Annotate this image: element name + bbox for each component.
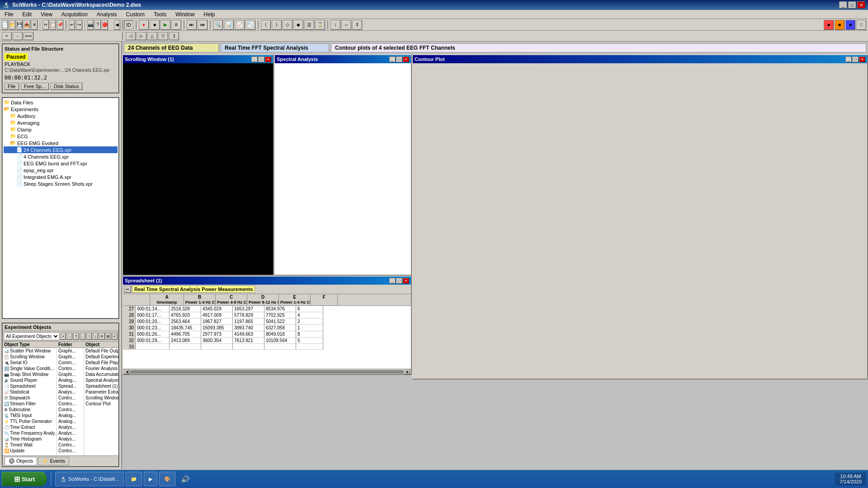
menu-acquisition[interactable]: Acquisition xyxy=(59,10,90,19)
stop-transport-btn[interactable]: ■ xyxy=(150,20,160,30)
obj-row-sound[interactable]: 🔊Sound Player xyxy=(3,377,57,383)
menu-view[interactable]: View xyxy=(38,10,55,19)
close-button[interactable]: ✕ xyxy=(857,1,865,9)
sync1-btn[interactable]: ↕ xyxy=(330,20,340,30)
spectral-maximize-btn[interactable]: □ xyxy=(396,56,402,62)
folder-row[interactable]: Analog... xyxy=(57,418,84,424)
left-panel-toggle[interactable]: ◀ xyxy=(114,20,120,30)
taskbar-paint[interactable]: 🎨 xyxy=(159,472,175,486)
tree-epsp[interactable]: 📄 epsp_eeg.xpr xyxy=(4,167,118,174)
object-row[interactable]: Default Experiment xyxy=(84,354,118,360)
spectral-close-btn[interactable]: ✕ xyxy=(403,56,409,62)
camera-btn[interactable]: 📷 xyxy=(87,20,94,30)
folder-row[interactable]: Contro... xyxy=(57,395,84,401)
eeg-maximize-btn[interactable]: □ xyxy=(258,56,264,62)
obj-row-single-val[interactable]: 🔢Single Value Conditi... xyxy=(3,366,57,371)
disk-status-btn[interactable]: Disk Status xyxy=(51,83,82,90)
color1-btn[interactable]: ■ xyxy=(824,20,834,30)
table-row[interactable]: 29000:01:20...2563.4641967.8271197.86550… xyxy=(123,319,411,325)
view1-btn[interactable]: 🔍 xyxy=(213,20,223,30)
obj-row-update[interactable]: 🔁Update xyxy=(3,448,57,454)
file-btn[interactable]: File xyxy=(5,83,19,90)
object-type-filter[interactable]: All Experiment Objects xyxy=(4,332,60,340)
eeg-minimize-btn[interactable]: _ xyxy=(251,56,258,62)
ss-maximize-btn[interactable]: □ xyxy=(396,278,402,284)
folder-row[interactable]: Contro... xyxy=(57,401,84,407)
obj-row-subroutine[interactable]: ⚙Subroutine xyxy=(3,407,57,413)
table-row[interactable]: 32000:01:29...2413.0893600.3547613.92110… xyxy=(123,338,411,344)
object-row[interactable]: Contour Plot xyxy=(84,401,118,407)
maximize-button[interactable]: □ xyxy=(848,1,856,9)
folder-row[interactable]: Analog... xyxy=(57,413,84,418)
table-row[interactable]: 30000:01:23...18435.74515093.3853993.740… xyxy=(123,325,411,331)
exp-help-btn[interactable]: ? xyxy=(73,333,79,340)
ss-scrollbar[interactable]: ◀ ▶ xyxy=(123,369,411,374)
paste-btn[interactable]: 📌 xyxy=(57,20,63,30)
sync2-btn[interactable]: ↔ xyxy=(341,20,351,30)
obj-row-statistical[interactable]: 📈Statistical xyxy=(3,389,57,395)
minimize-button[interactable]: _ xyxy=(839,1,847,9)
view4-btn[interactable]: 📉 xyxy=(245,20,255,30)
tree-integrated[interactable]: 📄 Integrated EMG A.xpr xyxy=(4,174,118,180)
object-row[interactable]: Scrolling Window (... xyxy=(84,395,118,401)
menu-help[interactable]: Help xyxy=(201,10,218,19)
ss-close-btn[interactable]: ✕ xyxy=(403,278,409,284)
object-row[interactable]: Default File Playba... xyxy=(84,360,118,366)
pause-btn[interactable]: ⏸ xyxy=(171,20,181,30)
tree-24ch-eeg[interactable]: 📄 24 Channels EEG.xpr xyxy=(4,146,118,153)
tree-eeg-emg[interactable]: 📂 EEG EMG Evoked xyxy=(4,140,118,146)
menu-analysis[interactable]: Analysis xyxy=(94,10,120,19)
object-row[interactable]: Spectral Analysis xyxy=(84,377,118,383)
menu-custom[interactable]: Custom xyxy=(123,10,147,19)
contour-close-btn[interactable]: ✕ xyxy=(859,56,865,62)
color4-btn[interactable]: □ xyxy=(856,20,866,30)
menu-tools[interactable]: Tools xyxy=(151,10,169,19)
start-button[interactable]: ⊞ Start xyxy=(2,472,47,486)
eeg-close-btn[interactable]: ✕ xyxy=(265,56,271,62)
folder-row[interactable]: Comm... xyxy=(57,360,84,366)
color2-btn[interactable]: ■ xyxy=(835,20,844,30)
folder-row[interactable]: Graphi... xyxy=(57,371,84,377)
small2-btn[interactable]: ▷ xyxy=(137,32,146,40)
new-file-btn[interactable]: 📄 xyxy=(2,20,8,30)
color3-btn[interactable]: ■ xyxy=(845,20,855,30)
volume-icon[interactable]: 🔊 xyxy=(177,475,193,483)
folder-row[interactable]: Graphi... xyxy=(57,354,84,360)
tree-averaging[interactable]: 📁 Averaging xyxy=(4,119,118,126)
tree-eeg-burst[interactable]: 📄 EEG EMG burst and FFT.xpr xyxy=(4,160,118,167)
save-btn[interactable]: 💾 xyxy=(16,20,23,30)
folder-row[interactable]: Spread... xyxy=(57,383,84,389)
obj-row-spreadsheet[interactable]: 📑Spreadsheet xyxy=(3,383,57,389)
save-all-btn[interactable]: 📥 xyxy=(24,20,30,30)
view3-btn[interactable]: 📈 xyxy=(235,20,245,30)
folder-row[interactable]: Contro... xyxy=(57,366,84,371)
exp-group-btn[interactable]: ⊞ xyxy=(106,333,111,340)
redo-btn[interactable]: ↪ xyxy=(76,20,82,30)
table-row[interactable]: 27000:01:14...2518.3284345.0291653.29785… xyxy=(123,306,411,312)
help-btn[interactable]: ? xyxy=(94,20,101,30)
folder-row[interactable]: Analys... xyxy=(57,430,84,436)
exp-dots-btn[interactable]: … xyxy=(80,333,85,340)
trig4-btn[interactable]: ◆ xyxy=(293,20,303,30)
exp-del-btn[interactable]: - xyxy=(67,333,72,340)
object-row[interactable] xyxy=(84,413,118,414)
table-row[interactable]: 28000:01:17...4765.9204917.0095778.82977… xyxy=(123,312,411,319)
folder-row[interactable]: Analys... xyxy=(57,436,84,442)
tree-auditory[interactable]: 📁 Auditory xyxy=(4,113,118,119)
exp-check-btn[interactable]: ✓ xyxy=(112,333,118,340)
ss-scroll-left[interactable]: ◀ xyxy=(124,370,129,374)
tree-4ch-eeg[interactable]: 📄 4 Channels EEG.xpr xyxy=(4,153,118,160)
tree-data-files[interactable]: 📁 Data Files xyxy=(4,99,118,106)
folder-row[interactable]: Analys... xyxy=(57,389,84,395)
close-btn[interactable]: ✕ xyxy=(31,20,38,30)
trig5-btn[interactable]: ||| xyxy=(304,20,314,30)
events-tab[interactable]: ⚡ Events xyxy=(38,457,69,465)
small4-btn[interactable]: ▽ xyxy=(158,32,168,40)
free-sp-btn[interactable]: Free Sp... xyxy=(21,83,49,90)
undo-btn[interactable]: ↩ xyxy=(69,20,75,30)
obj-row-scrolling[interactable]: 📋Scrolling Window xyxy=(3,354,57,360)
trig2-btn[interactable]: ⟩ xyxy=(272,20,282,30)
sync3-btn[interactable]: ⇕ xyxy=(352,20,362,30)
spectral-minimize-btn[interactable]: _ xyxy=(389,56,396,62)
play-btn[interactable]: ▶ xyxy=(160,20,170,30)
